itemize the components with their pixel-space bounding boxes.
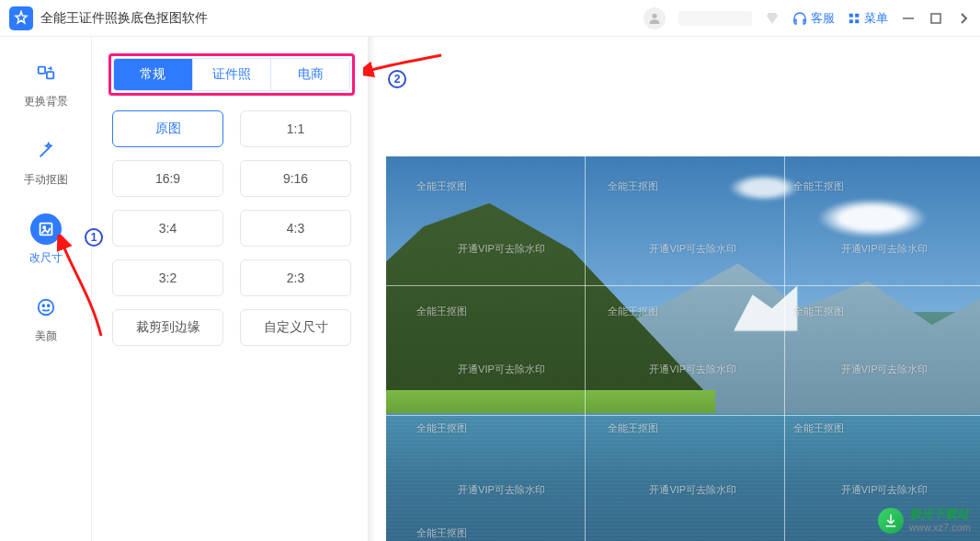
size-option-1-1[interactable]: 1:1 bbox=[240, 110, 351, 147]
sidebar-item-beauty[interactable]: 美颜 bbox=[30, 292, 62, 344]
avatar[interactable] bbox=[644, 7, 666, 29]
size-option-16-9[interactable]: 16:9 bbox=[112, 160, 223, 197]
size-option-crop-to-edge[interactable]: 裁剪到边缘 bbox=[112, 309, 223, 346]
svg-rect-4 bbox=[855, 19, 859, 23]
swap-background-icon bbox=[30, 57, 62, 88]
category-tabbar: 常规 证件照 电商 bbox=[113, 58, 350, 91]
sidebar-item-manual-cutout[interactable]: 手动抠图 bbox=[24, 135, 68, 188]
svg-rect-7 bbox=[38, 67, 44, 74]
sidebar-item-change-background[interactable]: 更换背景 bbox=[24, 57, 68, 109]
canvas-area: 全能王抠图 全能王抠图 全能王抠图 开通VIP可去除水印 开通VIP可去除水印 … bbox=[368, 37, 980, 541]
size-option-4-3[interactable]: 4:3 bbox=[240, 210, 351, 247]
maximize-button[interactable] bbox=[929, 11, 943, 26]
app-title: 全能王证件照换底色抠图软件 bbox=[40, 10, 208, 27]
minimize-button[interactable] bbox=[901, 11, 916, 26]
svg-point-11 bbox=[38, 300, 53, 316]
annotation-badge-1: 1 bbox=[85, 228, 103, 247]
svg-rect-2 bbox=[855, 13, 859, 17]
site-url: www.xz7.com bbox=[909, 522, 971, 534]
tab-id-photo[interactable]: 证件照 bbox=[192, 59, 271, 90]
size-option-original[interactable]: 原图 bbox=[112, 110, 223, 147]
beauty-face-icon bbox=[30, 292, 62, 323]
sidebar-item-resize[interactable]: 改尺寸 bbox=[29, 213, 63, 266]
svg-rect-8 bbox=[46, 72, 52, 78]
size-option-2-3[interactable]: 2:3 bbox=[240, 259, 351, 296]
landscape-photo: 全能王抠图 全能王抠图 全能王抠图 开通VIP可去除水印 开通VIP可去除水印 … bbox=[386, 156, 980, 541]
customer-service-button[interactable]: 客服 bbox=[792, 10, 835, 27]
size-options-panel: 常规 证件照 电商 原图 1:1 16:9 9:16 3:4 4:3 3:2 2… bbox=[92, 37, 368, 541]
svg-rect-1 bbox=[849, 13, 853, 17]
sidebar-item-label: 手动抠图 bbox=[24, 172, 68, 188]
size-option-9-16[interactable]: 9:16 bbox=[240, 160, 351, 197]
username-masked bbox=[678, 11, 752, 26]
image-preview[interactable]: 全能王抠图 全能王抠图 全能王抠图 开通VIP可去除水印 开通VIP可去除水印 … bbox=[386, 156, 980, 541]
sidebar: 更换背景 手动抠图 改尺寸 美颜 bbox=[0, 37, 92, 541]
next-button[interactable] bbox=[956, 11, 971, 26]
site-logo-icon bbox=[878, 508, 904, 534]
svg-rect-3 bbox=[849, 19, 853, 23]
site-watermark: 极光下载站 www.xz7.com bbox=[878, 507, 971, 534]
svg-point-12 bbox=[42, 305, 44, 306]
sidebar-item-label: 更换背景 bbox=[24, 94, 68, 109]
app-logo-icon bbox=[9, 6, 33, 30]
vip-diamond-icon[interactable] bbox=[765, 11, 780, 26]
tab-ecommerce[interactable]: 电商 bbox=[270, 59, 349, 90]
sidebar-item-label: 美颜 bbox=[35, 328, 57, 344]
tab-general[interactable]: 常规 bbox=[114, 59, 192, 90]
size-option-3-4[interactable]: 3:4 bbox=[112, 210, 223, 247]
resize-icon bbox=[30, 213, 62, 245]
menu-button[interactable]: 菜单 bbox=[848, 10, 888, 27]
size-option-3-2[interactable]: 3:2 bbox=[112, 259, 223, 296]
site-name: 极光下载站 bbox=[909, 507, 971, 522]
tabbar-highlight-annotation: 常规 证件照 电商 bbox=[108, 53, 355, 96]
size-option-custom[interactable]: 自定义尺寸 bbox=[240, 309, 351, 346]
svg-rect-6 bbox=[931, 14, 940, 23]
svg-point-10 bbox=[43, 226, 45, 228]
svg-point-0 bbox=[652, 13, 656, 17]
annotation-badge-2: 2 bbox=[388, 70, 406, 88]
titlebar: 全能王证件照换底色抠图软件 客服 菜单 bbox=[0, 0, 980, 37]
magic-wand-icon bbox=[30, 135, 62, 167]
svg-point-13 bbox=[47, 305, 49, 306]
sidebar-item-label: 改尺寸 bbox=[29, 250, 63, 266]
